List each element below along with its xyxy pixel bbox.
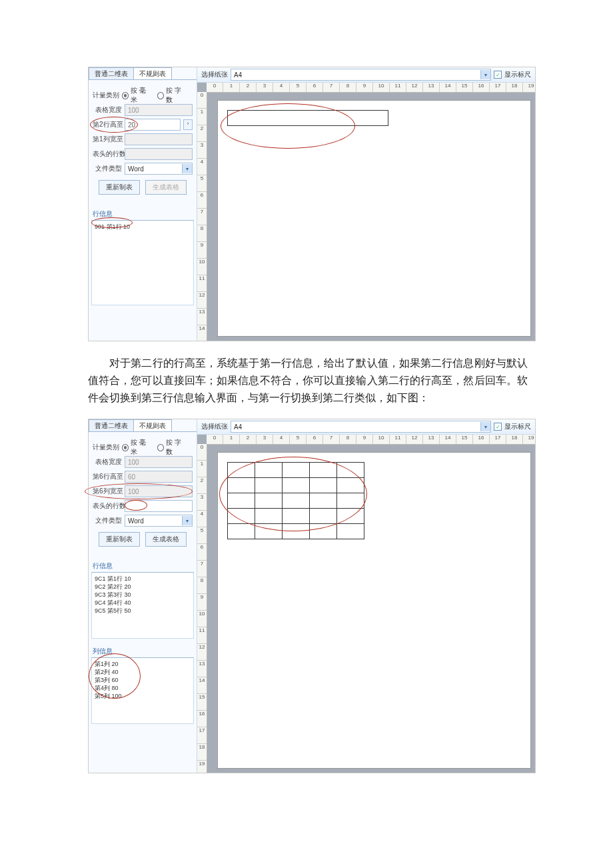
col1-input — [125, 133, 193, 145]
row2-input[interactable]: 20 — [125, 119, 181, 131]
file-type-select[interactable]: Word▾ — [125, 515, 193, 527]
preview-table — [227, 110, 388, 126]
row2-stepper[interactable]: › — [183, 119, 193, 130]
chevron-down-icon: ▾ — [182, 164, 192, 173]
header-rows-input[interactable] — [125, 500, 193, 512]
preview-area: 选择纸张 A4▾ ✓ 显示标尺 012345678910111213141516… — [197, 419, 535, 773]
measure-label: 计量类别 — [93, 91, 119, 100]
col-info-title: 列信息 — [91, 645, 194, 658]
preview-table — [227, 462, 364, 539]
reset-button[interactable]: 重新制表 — [99, 180, 140, 195]
body-paragraph: 对于第二行的行高至，系统基于第一行信息，给出了默认值，如果第二行信息刚好与默认值… — [88, 355, 528, 407]
radio-mm[interactable]: 按 毫米 — [122, 86, 151, 105]
radio-char[interactable]: 按 字数 — [157, 438, 186, 457]
row-info-title: 行信息 — [91, 208, 194, 221]
tab-irregular[interactable]: 不规则表 — [133, 67, 172, 79]
tab-irregular[interactable]: 不规则表 — [133, 419, 172, 431]
row2-label: 第2行高至 — [93, 120, 122, 129]
header-rows-input — [125, 148, 193, 160]
preview-area: 选择纸张 A4▾ ✓ 显示标尺 012345678910111213141516… — [197, 67, 535, 341]
ruler-label: 显示标尺 — [504, 70, 531, 79]
radio-mm[interactable]: 按 毫米 — [122, 438, 151, 457]
paper-label: 选择纸张 — [201, 422, 228, 431]
screenshot-2: 普通二维表 不规则表 计量类别 按 毫米 按 字数 表格宽度 100 第6行高至… — [88, 419, 536, 773]
screenshot-1: 普通二维表 不规则表 计量类别 按 毫米 按 字数 表格宽度 100 第2行高至… — [88, 67, 536, 341]
header-rows-label: 表头的行数 — [93, 501, 122, 511]
file-type-select[interactable]: Word▾ — [125, 163, 193, 175]
ruler-label: 显示标尺 — [504, 422, 531, 431]
table-width-label: 表格宽度 — [93, 105, 122, 115]
paper-canvas — [217, 452, 531, 769]
paper-select[interactable]: A4▾ — [231, 421, 491, 433]
ruler-vertical: 0123456789101112131415 — [197, 92, 207, 341]
radio-char[interactable]: 按 字数 — [157, 86, 186, 105]
ruler-vertical: 012345678910111213141516171819 — [197, 444, 207, 773]
ruler-horizontal: 01234567891011121314151617181920 — [207, 83, 535, 93]
generate-button[interactable]: 生成表格 — [145, 532, 187, 547]
ruler-horizontal: 01234567891011121314151617181920 — [207, 435, 535, 445]
reset-button[interactable]: 重新制表 — [99, 532, 140, 547]
chevron-down-icon: ▾ — [182, 516, 192, 525]
paper-label: 选择纸张 — [201, 70, 228, 79]
col-info-box: 第1列 20第2列 40第3列 60第4列 80第5列 100 — [91, 658, 194, 724]
row-info-box: 9C1 第1行 109C2 第2行 209C3 第3行 309C4 第4行 40… — [91, 573, 194, 639]
row6-label: 第6行高至 — [93, 472, 122, 481]
file-type-label: 文件类型 — [93, 516, 122, 525]
ruler-checkbox[interactable]: ✓ — [494, 423, 502, 431]
paper-canvas — [217, 100, 531, 337]
tab-normal[interactable]: 普通二维表 — [89, 419, 134, 431]
table-width-input[interactable]: 100 — [125, 456, 193, 468]
row6-input: 60 — [125, 471, 193, 483]
tab-normal[interactable]: 普通二维表 — [89, 67, 134, 79]
measure-label: 计量类别 — [93, 443, 119, 452]
col6-input[interactable]: 100 — [125, 485, 193, 497]
side-panel: 普通二维表 不规则表 计量类别 按 毫米 按 字数 表格宽度 100 第6行高至… — [89, 419, 197, 773]
chevron-down-icon: ▾ — [480, 70, 490, 79]
file-type-label: 文件类型 — [93, 164, 122, 173]
col1-label: 第1列宽至 — [93, 135, 122, 144]
table-width-label: 表格宽度 — [93, 457, 122, 467]
col6-label: 第6列宽至 — [93, 487, 122, 496]
paper-select[interactable]: A4▾ — [231, 69, 491, 81]
ruler-checkbox[interactable]: ✓ — [494, 71, 502, 79]
generate-button: 生成表格 — [145, 180, 187, 195]
header-rows-label: 表头的行数 — [93, 149, 122, 159]
row-info-box: 901 第1行 10 — [91, 221, 194, 305]
row-info-title: 行信息 — [91, 560, 194, 573]
chevron-down-icon: ▾ — [480, 422, 490, 431]
side-panel: 普通二维表 不规则表 计量类别 按 毫米 按 字数 表格宽度 100 第2行高至… — [89, 67, 197, 341]
table-width-input[interactable]: 100 — [125, 104, 193, 116]
